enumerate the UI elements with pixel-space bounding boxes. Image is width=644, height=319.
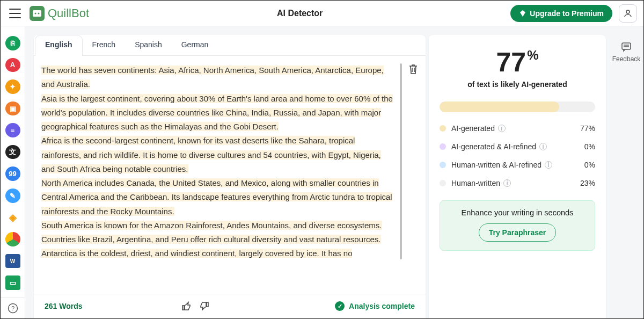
svg-text:?: ? (11, 305, 14, 311)
tab-german[interactable]: German (172, 35, 218, 55)
upgrade-button[interactable]: Upgrade to Premium (510, 5, 612, 22)
analysis-status: ✓ Analysis complete (335, 301, 415, 311)
check-icon: ✓ (335, 301, 345, 311)
score-subtitle: of text is likely AI-generated (440, 80, 595, 89)
svg-point-2 (38, 12, 40, 14)
delete-icon[interactable] (408, 63, 422, 77)
svg-rect-0 (33, 10, 41, 17)
logo-text: QuillBot (48, 6, 89, 20)
sidebar-tool-7[interactable]: ✎ (5, 189, 20, 203)
hamburger-menu-icon[interactable] (7, 6, 23, 20)
svg-point-1 (35, 12, 36, 14)
upgrade-label: Upgrade to Premium (530, 9, 604, 18)
sidebar-word-icon[interactable]: W (5, 254, 20, 269)
legend-row-1: AI-generated & AI-refinedi0% (440, 142, 595, 151)
profile-button[interactable] (619, 4, 637, 23)
sidebar-tool-4[interactable]: ≡ (5, 123, 20, 137)
sidebar-tool-0[interactable]: ⎘ (5, 36, 20, 50)
sidebar-tool-5[interactable]: 文 (5, 145, 20, 160)
legend: AI-generatedi77%AI-generated & AI-refine… (440, 124, 595, 187)
svg-point-3 (626, 10, 630, 13)
info-icon[interactable]: i (539, 143, 547, 150)
results-panel: 77% of text is likely AI-generated AI-ge… (429, 35, 606, 319)
sidebar-monitor-icon[interactable]: ▭ (5, 276, 20, 290)
diamond-icon (519, 10, 526, 17)
tab-french[interactable]: French (83, 35, 126, 55)
page-title: AI Detector (96, 9, 504, 18)
info-icon[interactable]: i (503, 179, 511, 187)
scrollbar[interactable] (400, 63, 402, 286)
thumbs-down-icon[interactable] (199, 301, 209, 311)
tab-english[interactable]: English (35, 35, 83, 56)
info-icon[interactable]: i (545, 161, 552, 169)
text-input[interactable]: The world has seven continents: Asia, Af… (34, 56, 400, 294)
feedback-icon[interactable] (620, 41, 632, 53)
tool-sidebar: ⎘A✦▣≡文99✎ ◈ W ▭ ? (1, 26, 25, 319)
sidebar-diamond-icon[interactable]: ◈ (5, 211, 20, 225)
score-gauge (440, 102, 595, 112)
percent-score: 77% (440, 47, 595, 78)
word-count: 261 Words (45, 302, 83, 310)
enhance-card: Enhance your writing in seconds Try Para… (440, 200, 595, 251)
sidebar-tool-1[interactable]: A (5, 58, 20, 73)
logo[interactable]: QuillBot (30, 6, 89, 21)
language-tabs: EnglishFrenchSpanishGerman (34, 35, 426, 56)
info-icon[interactable]: i (498, 125, 506, 132)
enhance-title: Enhance your writing in seconds (447, 208, 588, 217)
status-label: Analysis complete (349, 302, 415, 310)
svg-rect-6 (622, 43, 631, 49)
sidebar-tool-3[interactable]: ▣ (5, 102, 20, 116)
sidebar-tool-2[interactable]: ✦ (5, 79, 20, 94)
legend-row-3: Human-writteni23% (440, 179, 595, 187)
sidebar-tool-6[interactable]: 99 (5, 166, 20, 181)
legend-row-0: AI-generatedi77% (440, 124, 595, 133)
feedback-label[interactable]: Feedback (612, 55, 641, 63)
legend-row-2: Human-written & AI-refinedi0% (440, 161, 595, 169)
try-paraphraser-button[interactable]: Try Paraphraser (479, 223, 557, 242)
sidebar-chrome-icon[interactable] (5, 232, 20, 247)
editor-panel: EnglishFrenchSpanishGerman The world has… (34, 35, 426, 319)
logo-icon (30, 6, 45, 21)
tab-spanish[interactable]: Spanish (125, 35, 172, 55)
thumbs-up-icon[interactable] (181, 301, 192, 311)
help-icon[interactable]: ? (1, 298, 25, 313)
